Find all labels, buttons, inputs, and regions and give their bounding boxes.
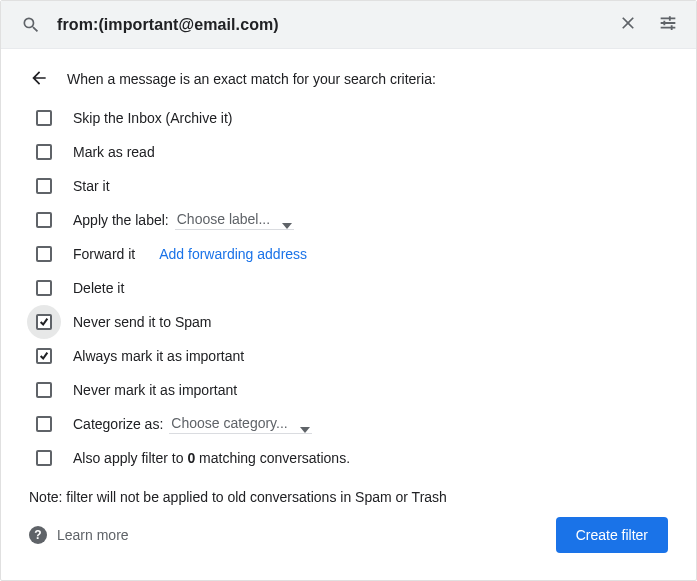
category-dropdown[interactable]: Choose category...	[169, 415, 311, 434]
arrow-back-icon	[29, 68, 49, 91]
create-filter-button[interactable]: Create filter	[556, 517, 668, 553]
option-label: Skip the Inbox (Archive it)	[73, 110, 233, 126]
filter-options-list: Skip the Inbox (Archive it) Mark as read…	[1, 95, 696, 475]
filter-header-row: When a message is an exact match for you…	[1, 49, 696, 95]
checkbox-forward[interactable]	[36, 246, 52, 262]
option-label: Never send it to Spam	[73, 314, 212, 330]
option-forward: Forward it Add forwarding address	[29, 237, 676, 271]
option-never-spam: Never send it to Spam	[29, 305, 676, 339]
option-skip-inbox: Skip the Inbox (Archive it)	[29, 101, 676, 135]
checkbox-mark-read[interactable]	[36, 144, 52, 160]
option-always-important: Always mark it as important	[29, 339, 676, 373]
search-options-button[interactable]	[648, 5, 688, 45]
search-icon	[19, 13, 43, 37]
filter-note: Note: filter will not be applied to old …	[1, 475, 696, 505]
dropdown-value: Choose label...	[177, 211, 270, 227]
option-label: Never mark it as important	[73, 382, 237, 398]
filter-header-text: When a message is an exact match for you…	[67, 71, 436, 87]
add-forwarding-link[interactable]: Add forwarding address	[159, 246, 307, 262]
checkbox-skip-inbox[interactable]	[36, 110, 52, 126]
option-never-important: Never mark it as important	[29, 373, 676, 407]
option-also-apply: Also apply filter to 0 matching conversa…	[29, 441, 676, 475]
caret-down-icon	[282, 216, 292, 222]
option-categorize: Categorize as: Choose category...	[29, 407, 676, 441]
checkbox-never-spam[interactable]	[36, 314, 52, 330]
checkbox-categorize[interactable]	[36, 416, 52, 432]
option-label: Always mark it as important	[73, 348, 244, 364]
option-label: Apply the label:	[73, 212, 169, 228]
option-label: Delete it	[73, 280, 124, 296]
checkbox-apply-label[interactable]	[36, 212, 52, 228]
checkbox-never-important[interactable]	[36, 382, 52, 398]
checkbox-star[interactable]	[36, 178, 52, 194]
option-label: Forward it	[73, 246, 135, 262]
close-icon	[618, 13, 638, 36]
option-label: Also apply filter to 0 matching conversa…	[73, 450, 350, 466]
checkbox-always-important[interactable]	[36, 348, 52, 364]
option-mark-read: Mark as read	[29, 135, 676, 169]
option-label: Star it	[73, 178, 110, 194]
dropdown-value: Choose category...	[171, 415, 287, 431]
option-delete: Delete it	[29, 271, 676, 305]
label-dropdown[interactable]: Choose label...	[175, 211, 294, 230]
filter-footer: ? Learn more Create filter	[1, 505, 696, 571]
option-apply-label: Apply the label: Choose label...	[29, 203, 676, 237]
checkbox-delete[interactable]	[36, 280, 52, 296]
learn-more-link[interactable]: Learn more	[57, 527, 129, 543]
back-button[interactable]	[27, 67, 51, 91]
checkbox-also-apply[interactable]	[36, 450, 52, 466]
option-label: Mark as read	[73, 144, 155, 160]
option-label: Categorize as:	[73, 416, 163, 432]
search-bar: from:(important@email.com)	[1, 1, 696, 49]
option-star: Star it	[29, 169, 676, 203]
search-input[interactable]: from:(important@email.com)	[57, 16, 608, 34]
help-icon: ?	[29, 526, 47, 544]
caret-down-icon	[300, 420, 310, 426]
tune-icon	[657, 12, 679, 37]
clear-search-button[interactable]	[608, 5, 648, 45]
